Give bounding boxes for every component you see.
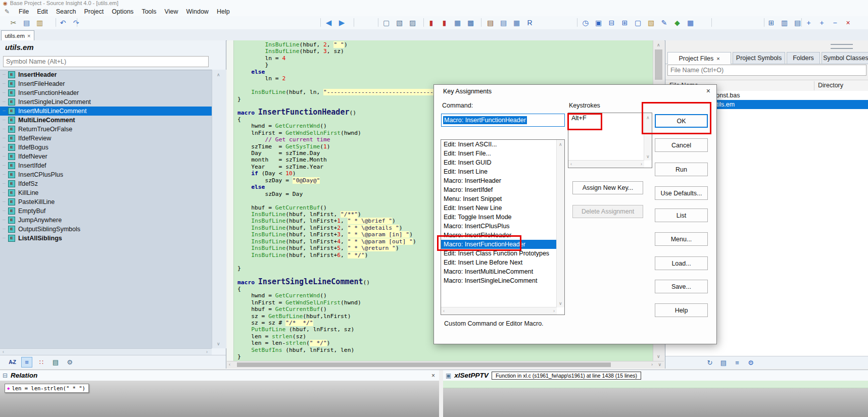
column-directory[interactable]: Directory xyxy=(818,82,843,89)
symbol-item-insertcplusplus[interactable]: ┄EInsertCPlusPlus xyxy=(0,170,212,179)
list-button[interactable]: List xyxy=(655,209,708,222)
tab-folders[interactable]: Folders xyxy=(787,52,820,64)
book-brown-icon[interactable]: ▤ xyxy=(486,18,495,27)
scroll-down-icon[interactable]: ∨ xyxy=(559,300,562,306)
scroll-up-icon[interactable]: ∧ xyxy=(559,141,562,147)
symbol-item-outputsiblingsymbols[interactable]: ┄EOutputSiblingSymbols xyxy=(0,225,212,234)
editor-vscroll-thumb[interactable] xyxy=(655,49,662,80)
menu-tools[interactable]: Tools xyxy=(137,8,160,16)
command-item[interactable]: Menu: Insert Snippet xyxy=(441,194,564,203)
scroll-up-icon[interactable]: ∧ xyxy=(657,42,660,48)
az-sort-icon[interactable]: A-Z xyxy=(7,357,17,367)
command-item[interactable]: Edit: Insert New Line xyxy=(441,203,564,213)
regex-r-icon[interactable]: R xyxy=(525,18,534,27)
command-item[interactable]: Edit: Insert File... xyxy=(441,149,564,158)
scroll-left-icon[interactable]: ‹ xyxy=(570,161,572,167)
scroll-left-icon[interactable]: ‹ xyxy=(443,308,445,314)
marker-blue2-icon[interactable]: ▩ xyxy=(466,18,475,27)
symbol-item-pastekillline[interactable]: ┄EPasteKillLine xyxy=(0,197,212,206)
column-separator[interactable] xyxy=(814,81,814,90)
copy-icon[interactable]: ▤ xyxy=(22,18,31,27)
symbol-search-input[interactable] xyxy=(3,56,209,67)
menu-window[interactable]: Window xyxy=(182,8,212,16)
scroll-down-icon[interactable]: ∨ xyxy=(646,153,650,160)
save-button[interactable]: Save... xyxy=(655,280,708,293)
symbol-item-multilinecomment[interactable]: ┄EMultiLineComment xyxy=(0,116,212,125)
symbol-item-ifdefnever[interactable]: ┄EIfdefNever xyxy=(0,152,212,161)
command-input[interactable]: Macro: InsertFunctionHeader xyxy=(441,114,565,127)
cut-icon[interactable]: ✂ xyxy=(9,18,18,27)
folder-icon[interactable]: ▧ xyxy=(647,18,655,27)
add-block-icon[interactable]: + xyxy=(817,18,826,27)
pencil-icon[interactable]: ✎ xyxy=(660,18,668,27)
symbol-window-icon[interactable]: ▣ xyxy=(594,18,603,27)
menu-file[interactable]: File xyxy=(15,8,33,16)
scroll-right-icon[interactable]: › xyxy=(651,361,653,368)
symbol-item-insertfileheader[interactable]: ┄EInsertFileHeader xyxy=(0,79,212,88)
symbol-list-vscrollbar[interactable]: ∧ ∨ xyxy=(212,70,226,348)
context-header[interactable]: ▣ xlSetPPTV Function in xl.c (s1961_fw\a… xyxy=(443,370,868,381)
merge-icon[interactable]: ◆ xyxy=(673,18,682,27)
editor-hscrollbar[interactable]: ‹ › ∨ xyxy=(227,361,664,368)
marker-red2-icon[interactable]: ▮ xyxy=(440,18,449,27)
command-list-hscrollbar[interactable]: ‹ › xyxy=(441,307,557,315)
tab-project-symbols[interactable]: Project Symbols xyxy=(733,52,785,64)
grid-icon[interactable]: ▦ xyxy=(686,18,695,27)
menu-view[interactable]: View xyxy=(161,8,182,16)
paste-icon[interactable]: ▥ xyxy=(35,18,44,27)
panel-icon[interactable]: ▢ xyxy=(634,18,642,27)
tab-project-files[interactable]: Project Files× xyxy=(667,52,731,64)
use-defaults-button[interactable]: Use Defaults... xyxy=(655,186,708,200)
symbol-item-insertifdef[interactable]: ┄EInsertIfdef xyxy=(0,161,212,170)
scroll-left-icon[interactable]: ‹ xyxy=(3,349,4,355)
delete-red-icon[interactable]: × xyxy=(844,18,852,27)
symbol-item-ifdefsz[interactable]: ┄EIfdefSz xyxy=(0,179,212,188)
tab-utils-em[interactable]: utils.em × xyxy=(1,30,34,41)
book-icon[interactable]: ▤ xyxy=(51,357,61,367)
add-line-icon[interactable]: + xyxy=(804,18,813,27)
menu-project[interactable]: Project xyxy=(80,8,108,16)
tab-close-icon[interactable]: × xyxy=(716,56,719,62)
command-item[interactable]: Edit: Insert GUID xyxy=(441,158,564,167)
symbol-item-insertheader[interactable]: ┄EInsertHeader xyxy=(0,70,212,79)
command-item[interactable]: Macro: InsertCPlusPlus xyxy=(441,222,564,231)
command-item[interactable]: Edit: Insert ASCII... xyxy=(441,140,564,149)
table-icon[interactable]: ⊞ xyxy=(767,18,776,27)
menu-button[interactable]: Menu... xyxy=(655,232,708,246)
open-file-icon[interactable]: ▧ xyxy=(395,18,404,27)
symbol-item-emptybuf[interactable]: ┄EEmptyBuf xyxy=(0,206,212,216)
command-list[interactable]: Edit: Insert ASCII...Edit: Insert File..… xyxy=(441,139,565,315)
undo-icon[interactable]: ↶ xyxy=(59,18,67,27)
delete-assignment-button[interactable]: Delete Assignment xyxy=(572,205,643,218)
relation-header[interactable]: ⊟ Relation × xyxy=(0,370,439,381)
rows-icon[interactable]: ▤ xyxy=(793,18,802,27)
clock-icon[interactable]: ◷ xyxy=(581,18,590,27)
keystrokes-hscrollbar[interactable]: ‹ › xyxy=(568,160,644,168)
book-blue-icon[interactable]: ▤ xyxy=(499,18,508,27)
new-file-icon[interactable]: ▢ xyxy=(382,18,391,27)
symbol-type-icon[interactable]: ∷ xyxy=(36,357,46,367)
tab-symbol-classes[interactable]: Symbol Classes xyxy=(822,52,868,64)
load-button[interactable]: Load... xyxy=(655,256,708,270)
scroll-down-icon[interactable]: ∨ xyxy=(217,341,220,347)
command-item[interactable]: Edit: Toggle Insert Mode xyxy=(441,213,564,222)
help-button[interactable]: Help xyxy=(655,303,708,317)
dialog-close-icon[interactable]: × xyxy=(706,87,710,95)
menu-search[interactable]: Search xyxy=(52,8,80,16)
command-item[interactable]: Macro: InsertSingleLineComment xyxy=(441,276,564,285)
command-item[interactable]: Edit: Insert Line xyxy=(441,167,564,176)
forward-icon[interactable]: ▶ xyxy=(337,18,346,27)
properties-icon[interactable]: ▤ xyxy=(718,358,729,368)
menu-edit[interactable]: Edit xyxy=(33,8,52,16)
symbol-list-icon[interactable]: ≡ xyxy=(21,357,32,368)
scroll-down-icon[interactable]: ∨ xyxy=(657,353,660,359)
settings-gear-icon[interactable]: ⚙ xyxy=(65,357,75,367)
marker-blue-icon[interactable]: ▦ xyxy=(453,18,462,27)
save-file-icon[interactable]: ▨ xyxy=(408,18,417,27)
assign-new-key-button[interactable]: Assign New Key... xyxy=(572,181,643,194)
menu-options[interactable]: Options xyxy=(108,8,137,16)
file-name-input[interactable] xyxy=(667,65,866,76)
sync-icon[interactable]: ↻ xyxy=(705,358,715,368)
command-item[interactable]: Macro: InsertHeader xyxy=(441,176,564,185)
command-item[interactable]: Edit: Insert Line Before Next xyxy=(441,258,564,267)
